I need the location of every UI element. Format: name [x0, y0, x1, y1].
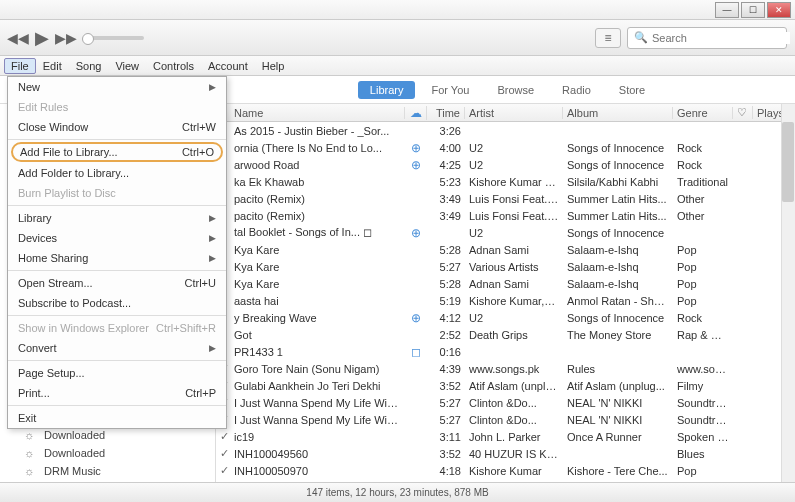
col-name[interactable]: Name	[230, 107, 405, 119]
next-button[interactable]: ▶▶	[56, 28, 76, 48]
menu-shortcut: Ctrl+W	[182, 121, 216, 133]
menu-item-close-window[interactable]: Close WindowCtrl+W	[8, 117, 226, 137]
menu-account[interactable]: Account	[201, 58, 255, 74]
submenu-arrow-icon: ▶	[209, 82, 216, 92]
track-row[interactable]: arwood Road⊕4:25U2Songs of InnocenceRock	[216, 156, 795, 173]
sidebar-item[interactable]: ☼Downloaded	[0, 444, 215, 462]
track-row[interactable]: ✓I Just Wanna Spend My Life With...5:27C…	[216, 394, 795, 411]
menu-item-burn-playlist-to-disc: Burn Playlist to Disc	[8, 183, 226, 203]
tab-browse[interactable]: Browse	[485, 81, 546, 99]
menu-item-add-file-to-library-[interactable]: Add File to Library...Ctrl+O	[11, 142, 223, 162]
toolbar: ◀◀ ▶ ▶▶ ≡ 🔍	[0, 20, 795, 56]
close-button[interactable]: ✕	[767, 2, 791, 18]
track-row[interactable]: Kya Kare5:27Various ArtistsSalaam-e-Ishq…	[216, 258, 795, 275]
menu-item-devices[interactable]: Devices▶	[8, 228, 226, 248]
menu-item-convert[interactable]: Convert▶	[8, 338, 226, 358]
menu-item-exit[interactable]: Exit	[8, 408, 226, 428]
col-artist[interactable]: Artist	[465, 107, 563, 119]
menu-item-label: Print...	[18, 387, 50, 399]
track-row[interactable]: ornia (There Is No End to Lo...⊕4:00U2So…	[216, 139, 795, 156]
menu-item-home-sharing[interactable]: Home Sharing▶	[8, 248, 226, 268]
track-row[interactable]: ✓I Just Wanna Spend My Life With...5:27C…	[216, 411, 795, 428]
sidebar-item-label: Downloaded	[44, 429, 105, 441]
search-input[interactable]	[652, 32, 790, 44]
status-bar: 147 items, 12 hours, 23 minutes, 878 MB	[0, 482, 795, 502]
track-row[interactable]: Got2:52Death GripsThe Money StoreRap & H…	[216, 326, 795, 343]
menu-shortcut: Ctrl+Shift+R	[156, 322, 216, 334]
menu-item-show-in-windows-explorer: Show in Windows ExplorerCtrl+Shift+R	[8, 318, 226, 338]
menu-shortcut: Ctrl+O	[182, 146, 214, 158]
col-album[interactable]: Album	[563, 107, 673, 119]
tab-store[interactable]: Store	[607, 81, 657, 99]
track-row[interactable]: pacito (Remix)3:49Luis Fonsi Feat. Da...…	[216, 190, 795, 207]
track-row[interactable]: tal Booklet - Songs of In... ◻⊕U2Songs o…	[216, 224, 795, 241]
play-button[interactable]: ▶	[32, 28, 52, 48]
menu-item-print-[interactable]: Print...Ctrl+P	[8, 383, 226, 403]
playlist-icon: ☼	[24, 429, 38, 441]
list-view-button[interactable]: ≡	[595, 28, 621, 48]
sidebar-item-label: Downloaded	[44, 447, 105, 459]
menu-file[interactable]: File	[4, 58, 36, 74]
maximize-button[interactable]: ☐	[741, 2, 765, 18]
sidebar-item[interactable]: ☼DRM Music	[0, 462, 215, 480]
track-row[interactable]: PR1433 1◻0:16	[216, 343, 795, 360]
menu-item-open-stream-[interactable]: Open Stream...Ctrl+U	[8, 273, 226, 293]
playlist-icon: ☼	[24, 465, 38, 477]
track-row[interactable]: As 2015 - Justin Bieber - _Sor...3:26	[216, 122, 795, 139]
track-row[interactable]: ✓ic193:11John L. ParkerOnce A RunnerSpok…	[216, 428, 795, 445]
menu-item-label: Show in Windows Explorer	[18, 322, 149, 334]
track-row[interactable]: Kya Kare5:28Adnan SamiSalaam-e-IshqPop	[216, 275, 795, 292]
menu-item-label: Library	[18, 212, 52, 224]
track-row[interactable]: pacito (Remix)3:49Luis Fonsi Feat. Da...…	[216, 207, 795, 224]
menu-item-add-folder-to-library-[interactable]: Add Folder to Library...	[8, 163, 226, 183]
scrollbar[interactable]	[781, 104, 795, 482]
volume-slider[interactable]	[84, 36, 144, 40]
menu-item-library[interactable]: Library▶	[8, 208, 226, 228]
submenu-arrow-icon: ▶	[209, 233, 216, 243]
track-row[interactable]: ka Ek Khawab5:23Kishore Kumar & L...Sils…	[216, 173, 795, 190]
menu-help[interactable]: Help	[255, 58, 292, 74]
file-menu: New▶Edit RulesClose WindowCtrl+WAdd File…	[7, 76, 227, 429]
menu-edit[interactable]: Edit	[36, 58, 69, 74]
menu-item-page-setup-[interactable]: Page Setup...	[8, 363, 226, 383]
menu-item-label: New	[18, 81, 40, 93]
track-row[interactable]: Kya Kare5:28Adnan SamiSalaam-e-IshqPop	[216, 241, 795, 258]
track-list: Name ☁ Time Artist Album Genre ♡ Plays A…	[216, 104, 795, 482]
previous-button[interactable]: ◀◀	[8, 28, 28, 48]
menu-controls[interactable]: Controls	[146, 58, 201, 74]
menu-shortcut: Ctrl+P	[185, 387, 216, 399]
scroll-thumb[interactable]	[782, 122, 794, 202]
tab-radio[interactable]: Radio	[550, 81, 603, 99]
col-genre[interactable]: Genre	[673, 107, 733, 119]
search-icon: 🔍	[634, 31, 648, 44]
search-box[interactable]: 🔍	[627, 27, 787, 49]
menu-item-label: Edit Rules	[18, 101, 68, 113]
titlebar: — ☐ ✕	[0, 0, 795, 20]
track-row[interactable]: ✓Gulabi Aankhein Jo Teri Dekhi3:52Atif A…	[216, 377, 795, 394]
minimize-button[interactable]: —	[715, 2, 739, 18]
track-row[interactable]: aasta hai5:19Kishore Kumar,San...Anmol R…	[216, 292, 795, 309]
col-cloud[interactable]: ☁	[405, 106, 427, 120]
tab-library[interactable]: Library	[358, 81, 416, 99]
submenu-arrow-icon: ▶	[209, 213, 216, 223]
menu-item-label: Home Sharing	[18, 252, 88, 264]
sidebar-item-label: DRM Music	[44, 465, 101, 477]
menu-item-label: Add File to Library...	[20, 146, 118, 158]
track-row[interactable]: ✓INH1000509704:18Kishore KumarKishore - …	[216, 462, 795, 479]
menu-item-new[interactable]: New▶	[8, 77, 226, 97]
track-row[interactable]: ✓Goro Tore Nain (Sonu Nigam)4:39www.song…	[216, 360, 795, 377]
menu-view[interactable]: View	[108, 58, 146, 74]
menu-item-subscribe-to-podcast-[interactable]: Subscribe to Podcast...	[8, 293, 226, 313]
submenu-arrow-icon: ▶	[209, 253, 216, 263]
track-row[interactable]: y Breaking Wave⊕4:12U2Songs of Innocence…	[216, 309, 795, 326]
col-time[interactable]: Time	[427, 107, 465, 119]
tab-foryou[interactable]: For You	[419, 81, 481, 99]
col-heart[interactable]: ♡	[733, 106, 753, 119]
menu-song[interactable]: Song	[69, 58, 109, 74]
menubar: FileEditSongViewControlsAccountHelp	[0, 56, 795, 76]
col-plays[interactable]: Plays	[753, 107, 783, 119]
menu-item-label: Add Folder to Library...	[18, 167, 129, 179]
column-headers: Name ☁ Time Artist Album Genre ♡ Plays	[216, 104, 795, 122]
menu-item-label: Convert	[18, 342, 57, 354]
track-row[interactable]: ✓INH1000495603:5240 HUZUR IS KADARBlues	[216, 445, 795, 462]
